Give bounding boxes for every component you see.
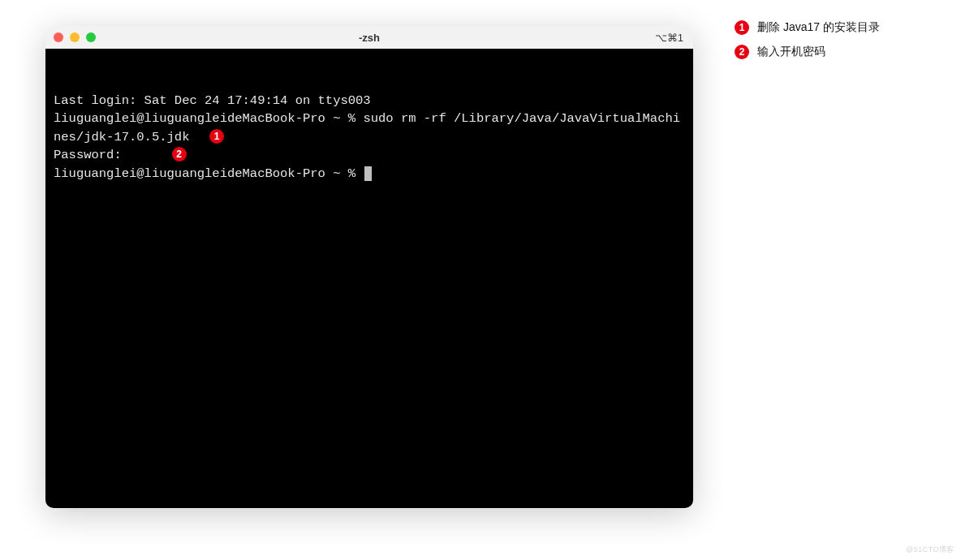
terminal-body[interactable]: Last login: Sat Dec 24 17:49:14 on ttys0… — [45, 49, 693, 508]
prompt: liuguanglei@liuguangleideMacBook-Pro ~ % — [54, 111, 363, 126]
minimize-icon[interactable] — [70, 32, 80, 42]
terminal-window: -zsh ⌥⌘1 Last login: Sat Dec 24 17:49:14… — [45, 26, 693, 508]
watermark: @51CTO博客 — [906, 545, 955, 555]
callout-legend: 1 删除 Java17 的安装目录 2 输入开机密码 — [735, 20, 880, 69]
legend-item-1: 1 删除 Java17 的安装目录 — [735, 20, 880, 35]
legend-badge-1: 1 — [735, 20, 749, 35]
password-label: Password: — [54, 148, 122, 162]
legend-item-2: 2 输入开机密码 — [735, 45, 880, 59]
terminal-line-login: Last login: Sat Dec 24 17:49:14 on ttys0… — [54, 92, 685, 110]
terminal-line-command: liuguanglei@liuguangleideMacBook-Pro ~ %… — [54, 110, 685, 146]
legend-text-2: 输入开机密码 — [757, 45, 825, 59]
close-icon[interactable] — [54, 32, 63, 42]
window-shortcut: ⌥⌘1 — [655, 32, 683, 44]
legend-text-1: 删除 Java17 的安装目录 — [757, 20, 880, 35]
callout-badge-1: 1 — [209, 129, 224, 144]
legend-badge-2: 2 — [735, 45, 749, 59]
traffic-lights — [54, 32, 96, 42]
terminal-line-prompt: liuguanglei@liuguangleideMacBook-Pro ~ % — [54, 165, 685, 183]
window-titlebar: -zsh ⌥⌘1 — [45, 26, 693, 49]
terminal-line-password: Password: 2 — [54, 146, 685, 164]
maximize-icon[interactable] — [86, 32, 96, 42]
cursor-icon — [364, 166, 372, 181]
window-title: -zsh — [45, 32, 693, 44]
prompt: liuguanglei@liuguangleideMacBook-Pro ~ % — [54, 166, 363, 181]
callout-badge-2: 2 — [172, 147, 187, 162]
